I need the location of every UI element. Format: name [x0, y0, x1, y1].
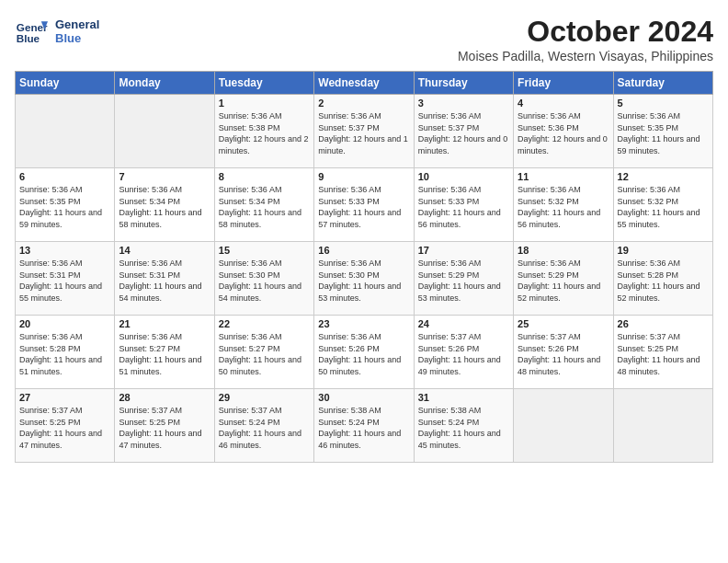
- calendar-cell: 12Sunrise: 5:36 AMSunset: 5:32 PMDayligh…: [613, 168, 712, 242]
- day-info: Sunrise: 5:36 AMSunset: 5:30 PMDaylight:…: [318, 258, 409, 304]
- day-info: Sunrise: 5:37 AMSunset: 5:24 PMDaylight:…: [219, 405, 310, 451]
- day-number: 2: [318, 98, 409, 109]
- day-info: Sunrise: 5:36 AMSunset: 5:37 PMDaylight:…: [418, 110, 509, 156]
- day-number: 21: [119, 318, 210, 329]
- day-number: 13: [19, 245, 110, 256]
- calendar-cell: 4Sunrise: 5:36 AMSunset: 5:36 PMDaylight…: [514, 95, 613, 168]
- day-number: 4: [518, 98, 609, 109]
- day-info: Sunrise: 5:36 AMSunset: 5:28 PMDaylight:…: [618, 258, 709, 304]
- day-info: Sunrise: 5:36 AMSunset: 5:38 PMDaylight:…: [219, 110, 310, 156]
- calendar-cell: [16, 95, 115, 168]
- calendar-cell: 15Sunrise: 5:36 AMSunset: 5:30 PMDayligh…: [214, 242, 313, 316]
- weekday-header-tuesday: Tuesday: [214, 72, 313, 95]
- day-number: 29: [219, 392, 310, 403]
- calendar-cell: 22Sunrise: 5:36 AMSunset: 5:27 PMDayligh…: [214, 316, 313, 389]
- day-info: Sunrise: 5:36 AMSunset: 5:31 PMDaylight:…: [19, 258, 110, 304]
- day-info: Sunrise: 5:36 AMSunset: 5:37 PMDaylight:…: [318, 110, 409, 156]
- day-number: 22: [219, 318, 310, 329]
- calendar-cell: 21Sunrise: 5:36 AMSunset: 5:27 PMDayligh…: [115, 316, 214, 389]
- day-info: Sunrise: 5:37 AMSunset: 5:25 PMDaylight:…: [618, 331, 709, 377]
- calendar-cell: 1Sunrise: 5:36 AMSunset: 5:38 PMDaylight…: [214, 95, 313, 168]
- calendar-cell: 5Sunrise: 5:36 AMSunset: 5:35 PMDaylight…: [613, 95, 712, 168]
- calendar-cell: 9Sunrise: 5:36 AMSunset: 5:33 PMDaylight…: [314, 168, 414, 242]
- calendar-table: SundayMondayTuesdayWednesdayThursdayFrid…: [15, 71, 713, 463]
- day-info: Sunrise: 5:36 AMSunset: 5:33 PMDaylight:…: [318, 184, 409, 230]
- day-info: Sunrise: 5:36 AMSunset: 5:26 PMDaylight:…: [318, 331, 409, 377]
- calendar-cell: 16Sunrise: 5:36 AMSunset: 5:30 PMDayligh…: [314, 242, 414, 316]
- day-info: Sunrise: 5:37 AMSunset: 5:26 PMDaylight:…: [518, 331, 609, 377]
- day-info: Sunrise: 5:36 AMSunset: 5:35 PMDaylight:…: [618, 110, 709, 156]
- day-info: Sunrise: 5:36 AMSunset: 5:32 PMDaylight:…: [518, 184, 609, 230]
- day-info: Sunrise: 5:38 AMSunset: 5:24 PMDaylight:…: [318, 405, 409, 451]
- day-number: 7: [119, 171, 210, 182]
- day-number: 31: [418, 392, 509, 403]
- calendar-week-0: 1Sunrise: 5:36 AMSunset: 5:38 PMDaylight…: [16, 95, 713, 168]
- day-info: Sunrise: 5:37 AMSunset: 5:26 PMDaylight:…: [418, 331, 509, 377]
- calendar-cell: [115, 95, 214, 168]
- header: General Blue General Blue October 2024 M…: [15, 15, 713, 63]
- day-info: Sunrise: 5:36 AMSunset: 5:33 PMDaylight:…: [418, 184, 509, 230]
- calendar-cell: 17Sunrise: 5:36 AMSunset: 5:29 PMDayligh…: [414, 242, 513, 316]
- weekday-header-monday: Monday: [115, 72, 214, 95]
- day-info: Sunrise: 5:37 AMSunset: 5:25 PMDaylight:…: [119, 405, 210, 451]
- calendar-cell: 20Sunrise: 5:36 AMSunset: 5:28 PMDayligh…: [16, 316, 115, 389]
- calendar-cell: 26Sunrise: 5:37 AMSunset: 5:25 PMDayligh…: [613, 316, 712, 389]
- calendar-cell: 6Sunrise: 5:36 AMSunset: 5:35 PMDaylight…: [16, 168, 115, 242]
- calendar-cell: 25Sunrise: 5:37 AMSunset: 5:26 PMDayligh…: [514, 316, 613, 389]
- day-number: 24: [418, 318, 509, 329]
- weekday-header-wednesday: Wednesday: [314, 72, 414, 95]
- day-number: 11: [518, 171, 609, 182]
- day-info: Sunrise: 5:36 AMSunset: 5:27 PMDaylight:…: [219, 331, 310, 377]
- day-info: Sunrise: 5:36 AMSunset: 5:31 PMDaylight:…: [119, 258, 210, 304]
- day-number: 10: [418, 171, 509, 182]
- calendar-cell: 8Sunrise: 5:36 AMSunset: 5:34 PMDaylight…: [214, 168, 313, 242]
- day-number: 27: [19, 392, 110, 403]
- weekday-header-thursday: Thursday: [414, 72, 513, 95]
- day-info: Sunrise: 5:36 AMSunset: 5:34 PMDaylight:…: [219, 184, 310, 230]
- day-number: 30: [318, 392, 409, 403]
- day-number: 9: [318, 171, 409, 182]
- calendar-cell: [613, 389, 712, 463]
- title-area: October 2024 Moises Padilla, Western Vis…: [458, 15, 713, 63]
- calendar-cell: 28Sunrise: 5:37 AMSunset: 5:25 PMDayligh…: [115, 389, 214, 463]
- calendar-week-4: 27Sunrise: 5:37 AMSunset: 5:25 PMDayligh…: [16, 389, 713, 463]
- day-number: 16: [318, 245, 409, 256]
- calendar-cell: 10Sunrise: 5:36 AMSunset: 5:33 PMDayligh…: [414, 168, 513, 242]
- day-info: Sunrise: 5:36 AMSunset: 5:27 PMDaylight:…: [119, 331, 210, 377]
- location-title: Moises Padilla, Western Visayas, Philipp…: [458, 49, 713, 63]
- calendar-cell: 14Sunrise: 5:36 AMSunset: 5:31 PMDayligh…: [115, 242, 214, 316]
- calendar-cell: 18Sunrise: 5:36 AMSunset: 5:29 PMDayligh…: [514, 242, 613, 316]
- day-number: 23: [318, 318, 409, 329]
- calendar-week-2: 13Sunrise: 5:36 AMSunset: 5:31 PMDayligh…: [16, 242, 713, 316]
- calendar-cell: [514, 389, 613, 463]
- logo-icon: General Blue: [15, 15, 48, 48]
- calendar-cell: 24Sunrise: 5:37 AMSunset: 5:26 PMDayligh…: [414, 316, 513, 389]
- day-number: 12: [618, 171, 709, 182]
- day-number: 1: [219, 98, 310, 109]
- calendar-week-3: 20Sunrise: 5:36 AMSunset: 5:28 PMDayligh…: [16, 316, 713, 389]
- day-info: Sunrise: 5:36 AMSunset: 5:34 PMDaylight:…: [119, 184, 210, 230]
- calendar-week-1: 6Sunrise: 5:36 AMSunset: 5:35 PMDaylight…: [16, 168, 713, 242]
- svg-text:Blue: Blue: [17, 32, 40, 44]
- day-number: 19: [618, 245, 709, 256]
- day-number: 6: [19, 171, 110, 182]
- day-info: Sunrise: 5:38 AMSunset: 5:24 PMDaylight:…: [418, 405, 509, 451]
- calendar-cell: 3Sunrise: 5:36 AMSunset: 5:37 PMDaylight…: [414, 95, 513, 168]
- logo: General Blue General Blue: [15, 15, 99, 48]
- day-info: Sunrise: 5:36 AMSunset: 5:30 PMDaylight:…: [219, 258, 310, 304]
- day-info: Sunrise: 5:36 AMSunset: 5:36 PMDaylight:…: [518, 110, 609, 156]
- day-number: 20: [19, 318, 110, 329]
- day-number: 8: [219, 171, 310, 182]
- weekday-header-friday: Friday: [514, 72, 613, 95]
- day-info: Sunrise: 5:36 AMSunset: 5:32 PMDaylight:…: [618, 184, 709, 230]
- day-info: Sunrise: 5:36 AMSunset: 5:29 PMDaylight:…: [518, 258, 609, 304]
- day-info: Sunrise: 5:36 AMSunset: 5:35 PMDaylight:…: [19, 184, 110, 230]
- calendar-cell: 30Sunrise: 5:38 AMSunset: 5:24 PMDayligh…: [314, 389, 414, 463]
- day-info: Sunrise: 5:36 AMSunset: 5:29 PMDaylight:…: [418, 258, 509, 304]
- day-number: 18: [518, 245, 609, 256]
- day-number: 5: [618, 98, 709, 109]
- calendar-cell: 27Sunrise: 5:37 AMSunset: 5:25 PMDayligh…: [16, 389, 115, 463]
- day-number: 3: [418, 98, 509, 109]
- day-number: 28: [119, 392, 210, 403]
- calendar-cell: 7Sunrise: 5:36 AMSunset: 5:34 PMDaylight…: [115, 168, 214, 242]
